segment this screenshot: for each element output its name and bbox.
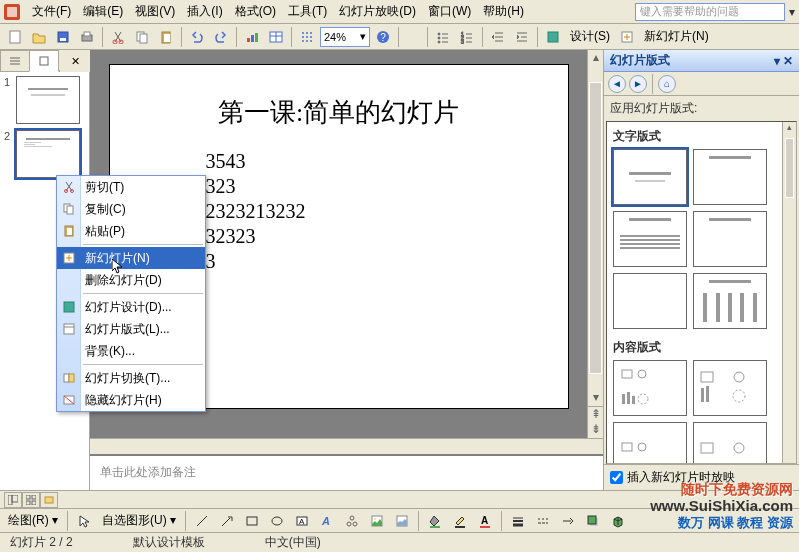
indent-icon[interactable] xyxy=(511,26,533,48)
taskpane-dropdown-icon[interactable]: ▾ ✕ xyxy=(774,54,793,68)
zoom-combo[interactable]: 24%▾ xyxy=(320,27,370,47)
save-icon[interactable] xyxy=(52,26,74,48)
select-icon[interactable] xyxy=(73,510,95,532)
menu-help[interactable]: 帮助(H) xyxy=(477,1,530,22)
oval-icon[interactable] xyxy=(266,510,288,532)
horizontal-scrollbar[interactable] xyxy=(90,438,603,454)
layout-two-content[interactable] xyxy=(693,211,767,267)
slides-tab[interactable] xyxy=(29,50,59,72)
line-style-icon[interactable] xyxy=(507,510,529,532)
help-icon[interactable]: ? xyxy=(372,26,394,48)
nav-back-icon[interactable]: ◄ xyxy=(608,75,626,93)
slide-text-line[interactable]: 323 xyxy=(150,175,528,198)
ctx-slide-layout[interactable]: 幻灯片版式(L)... xyxy=(57,318,205,340)
ctx-hide-slide[interactable]: 隐藏幻灯片(H) xyxy=(57,389,205,411)
vertical-scrollbar[interactable]: ▴ ▾ ⇞ ⇟ xyxy=(587,50,603,438)
menu-slideshow[interactable]: 幻灯片放映(D) xyxy=(333,1,422,22)
layout-scrollbar[interactable]: ▴ xyxy=(782,122,796,463)
wordart-icon[interactable]: A xyxy=(316,510,338,532)
menu-format[interactable]: 格式(O) xyxy=(229,1,282,22)
new-doc-icon[interactable] xyxy=(4,26,26,48)
newslide-button-label[interactable]: 新幻灯片(N) xyxy=(640,28,713,45)
layout-content-1[interactable] xyxy=(613,360,687,416)
design-button-label[interactable]: 设计(S) xyxy=(566,28,614,45)
slide-text-line[interactable]: 3 xyxy=(150,250,528,273)
diagram-icon[interactable] xyxy=(341,510,363,532)
arrow-icon[interactable] xyxy=(216,510,238,532)
ctx-new-slide[interactable]: 新幻灯片(N) xyxy=(57,247,205,269)
menu-edit[interactable]: 编辑(E) xyxy=(77,1,129,22)
paste-icon[interactable] xyxy=(155,26,177,48)
menu-view[interactable]: 视图(V) xyxy=(129,1,181,22)
print-icon[interactable] xyxy=(76,26,98,48)
table-icon[interactable] xyxy=(265,26,287,48)
slideshow-view-icon[interactable] xyxy=(40,492,58,508)
thumbnail-2[interactable]: 2 xyxy=(4,130,85,178)
normal-view-icon[interactable] xyxy=(4,492,22,508)
layout-content-4[interactable] xyxy=(693,422,767,464)
cut-icon[interactable] xyxy=(107,26,129,48)
menu-file[interactable]: 文件(F) xyxy=(26,1,77,22)
autoshapes-menu[interactable]: 自选图形(U) ▾ xyxy=(98,512,180,529)
sorter-view-icon[interactable] xyxy=(22,492,40,508)
dash-style-icon[interactable] xyxy=(532,510,554,532)
design-icon[interactable] xyxy=(542,26,564,48)
redo-icon[interactable] xyxy=(210,26,232,48)
app-icon xyxy=(4,4,20,20)
line-icon[interactable] xyxy=(191,510,213,532)
ctx-cut[interactable]: 剪切(T) xyxy=(57,176,205,198)
font-color-icon[interactable]: A xyxy=(474,510,496,532)
help-search-input[interactable]: 键入需要帮助的问题 xyxy=(635,3,785,21)
slide-text-line[interactable]: 3543 xyxy=(150,150,528,173)
bullets-icon[interactable] xyxy=(432,26,454,48)
rectangle-icon[interactable] xyxy=(241,510,263,532)
svg-rect-101 xyxy=(588,516,596,524)
ctx-slide-design[interactable]: 幻灯片设计(D)... xyxy=(57,296,205,318)
slide-text-line[interactable]: 2323213232 xyxy=(150,200,528,223)
nav-home-icon[interactable]: ⌂ xyxy=(658,75,676,93)
thumbnail-1[interactable]: 1 xyxy=(4,76,85,124)
numbering-icon[interactable]: 123 xyxy=(456,26,478,48)
undo-icon[interactable] xyxy=(186,26,208,48)
3d-icon[interactable] xyxy=(607,510,629,532)
slide-text-line[interactable]: 32323 xyxy=(150,225,528,248)
outdent-icon[interactable] xyxy=(487,26,509,48)
layout-title[interactable] xyxy=(613,149,687,205)
menu-insert[interactable]: 插入(I) xyxy=(181,1,228,22)
open-icon[interactable] xyxy=(28,26,50,48)
grid-icon[interactable] xyxy=(296,26,318,48)
layout-title-only[interactable] xyxy=(693,149,767,205)
copy-icon[interactable] xyxy=(131,26,153,48)
shadow-icon[interactable] xyxy=(582,510,604,532)
ctx-paste[interactable]: 粘贴(P) xyxy=(57,220,205,242)
textbox-icon[interactable]: A xyxy=(291,510,313,532)
newslide-icon[interactable] xyxy=(616,26,638,48)
ctx-delete-slide[interactable]: 删除幻灯片(D) xyxy=(57,269,205,291)
ctx-copy[interactable]: 复制(C) xyxy=(57,198,205,220)
slide-title[interactable]: 第一课:简单的幻灯片 xyxy=(150,95,528,130)
layout-content-3[interactable] xyxy=(613,422,687,464)
notes-pane[interactable]: 单击此处添加备注 xyxy=(90,454,603,490)
nav-forward-icon[interactable]: ► xyxy=(629,75,647,93)
menu-window[interactable]: 窗口(W) xyxy=(422,1,477,22)
layout-blank[interactable] xyxy=(613,273,687,329)
show-on-insert-checkbox[interactable] xyxy=(610,471,623,484)
layout-gallery[interactable]: 文字版式 内容版式 ▴ xyxy=(606,121,797,464)
line-color-icon[interactable] xyxy=(449,510,471,532)
draw-menu[interactable]: 绘图(R) ▾ xyxy=(4,512,62,529)
arrow-style-icon[interactable] xyxy=(557,510,579,532)
ctx-background[interactable]: 背景(K)... xyxy=(57,340,205,362)
menu-tools[interactable]: 工具(T) xyxy=(282,1,333,22)
help-dropdown-icon[interactable]: ▾ xyxy=(789,5,795,19)
close-panel-icon[interactable]: ✕ xyxy=(60,50,90,72)
layout-content-2[interactable] xyxy=(693,360,767,416)
ctx-transition[interactable]: 幻灯片切换(T)... xyxy=(57,367,205,389)
clipart-icon[interactable] xyxy=(366,510,388,532)
outline-tab[interactable] xyxy=(0,50,30,72)
picture-icon[interactable] xyxy=(391,510,413,532)
chart-icon[interactable] xyxy=(241,26,263,48)
layout-vertical-text[interactable] xyxy=(693,273,767,329)
fill-color-icon[interactable] xyxy=(424,510,446,532)
layout-title-content[interactable] xyxy=(613,211,687,267)
svg-rect-54 xyxy=(40,57,48,65)
